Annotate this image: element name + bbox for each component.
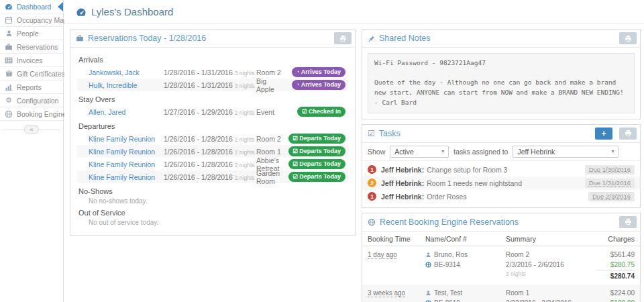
reservations-today-panel: Reservations Today - 1/28/2016 Arrivals … <box>70 29 356 236</box>
priority-badge: 1 <box>368 192 376 201</box>
status-badge[interactable]: ☑Departs Today <box>288 134 345 144</box>
date-range: 1/28/2016 - 1/31/2016 <box>164 81 233 89</box>
shared-notes-text[interactable]: Wi-Fi Password - 9823721Aag47 Quote of t… <box>368 53 635 113</box>
sidebar-collapse-button[interactable]: « <box>24 125 39 134</box>
guest-link[interactable]: Kline Family Reunion <box>89 160 164 168</box>
section-label: Departures <box>78 122 348 130</box>
reservation-row: Kline Family Reunion 1/26/2016 - 1/28/20… <box>77 145 348 158</box>
sidebar-item-label: Gift Certificates <box>17 70 65 78</box>
guest-link[interactable]: Kline Family Reunion <box>89 135 164 143</box>
guest-link[interactable]: Jankowski, Jack <box>89 68 164 77</box>
priority-badge: 1 <box>368 165 376 174</box>
checkbox-icon: ☑ <box>302 108 307 115</box>
status-badge[interactable]: ☑Checked In <box>297 107 345 117</box>
status-badge[interactable]: ◔Arrives Today <box>292 80 346 90</box>
sidebar-collapse-row: « <box>0 123 63 137</box>
date-range: 2/3/2016 - 2/6/2016 <box>506 260 582 270</box>
date-range: 1/26/2016 - 1/28/2016 <box>164 135 233 143</box>
sidebar-item-people[interactable]: People <box>0 27 63 40</box>
show-label: Show <box>368 148 385 156</box>
dashboard-icon <box>76 7 87 17</box>
nights: 2 nights <box>235 109 255 116</box>
column-header: Charges <box>582 235 635 243</box>
date-range: 1/26/2016 - 1/28/2016 <box>164 148 233 156</box>
briefcase-icon <box>5 43 13 51</box>
person-icon <box>425 290 432 296</box>
status-badge[interactable]: ☑Departs Today <box>288 146 345 156</box>
gift-icon <box>5 70 13 78</box>
sidebar-item-invoices[interactable]: Invoices <box>0 54 63 67</box>
sidebar-item-label: Reports <box>17 83 42 91</box>
assignee-select[interactable]: Jeff Hebrink▾ <box>513 146 619 158</box>
booking-time: 1 day ago <box>368 251 397 259</box>
room-name: Room 2 <box>256 135 281 143</box>
sidebar-item-configuration[interactable]: ⚙ Configuration <box>0 94 63 107</box>
guest-name[interactable]: Test, Test <box>434 289 462 297</box>
confirmation-number[interactable]: BE-8610 <box>434 299 460 302</box>
sidebar-item-occupancy-map[interactable]: Occupancy Map <box>0 13 63 27</box>
checkbox-icon: ☑ <box>293 173 299 180</box>
person-icon <box>425 252 432 258</box>
section-departures: Departures Kline Family Reunion 1/26/201… <box>77 122 348 183</box>
status-badge[interactable]: ◔Arrives Today <box>292 67 346 77</box>
sidebar-item-label: Invoices <box>17 56 43 64</box>
assigned-to-label: tasks assigned to <box>453 148 508 156</box>
checkbox-icon: ☑ <box>368 130 375 138</box>
task-row[interactable]: 1 Jeff Hebrink: Change setup for Room 3 … <box>362 163 640 177</box>
panel-title: Tasks <box>379 129 588 138</box>
add-task-button[interactable]: + <box>595 128 612 140</box>
checkbox-icon: ☑ <box>293 148 299 154</box>
clock-icon: ◔ <box>297 68 300 75</box>
confirmation-number[interactable]: BE-9314 <box>434 261 460 268</box>
guest-name[interactable]: Bruno, Ros <box>434 251 468 258</box>
sidebar-item-gift-certificates[interactable]: Gift Certificates <box>0 67 63 81</box>
panel-title: Recent Booking Engine Reservations <box>380 217 612 227</box>
page-header: Lyles's Dashboard <box>64 0 644 23</box>
shared-notes-panel: Shared Notes Wi-Fi Password - 9823721Aag… <box>362 29 641 119</box>
person-icon <box>5 30 13 38</box>
guest-link[interactable]: Kline Family Reunion <box>89 173 164 181</box>
guest-link[interactable]: Hulk, Incredible <box>89 81 164 89</box>
sidebar-item-reservations[interactable]: Reservations <box>0 40 63 54</box>
reservation-row: Jankowski, Jack 1/28/2016 - 1/31/20163 n… <box>77 66 348 79</box>
bookings-table-header: Booking Time Name/Conf # Summary Charges <box>362 232 640 246</box>
panel-title: Reservations Today - 1/28/2016 <box>88 34 327 43</box>
reservation-row: Hulk, Incredible 1/28/2016 - 1/31/20163 … <box>77 79 348 91</box>
nights: 3 nights <box>506 270 582 279</box>
print-button[interactable] <box>619 32 637 44</box>
due-date-badge: Due 2/3/2016 <box>588 192 635 201</box>
calendar-icon <box>5 16 13 24</box>
task-row[interactable]: 2 Jeff Hebrink: Room 1 needs new nightst… <box>362 177 640 190</box>
sidebar-item-label: Booking Engine <box>17 110 66 118</box>
nights: 2 nights <box>235 136 255 143</box>
booking-row: 1 day ago Bruno, Ros BE-9314 Room 2 2/3/… <box>362 246 640 285</box>
print-button[interactable] <box>619 216 637 228</box>
print-button[interactable] <box>619 128 637 140</box>
priority-badge: 2 <box>368 179 376 187</box>
sidebar-item-reports[interactable]: Reports <box>0 81 63 94</box>
show-select[interactable]: Active▾ <box>390 146 449 158</box>
status-badge[interactable]: ☑Departs Today <box>288 159 345 169</box>
paid-amount: $280.75 <box>582 260 635 270</box>
guest-link[interactable]: Kline Family Reunion <box>89 148 164 156</box>
print-button[interactable] <box>334 32 352 44</box>
reservation-row: Allen, Jared 1/27/2016 - 1/29/20162 nigh… <box>77 105 348 118</box>
nights: 2 nights <box>235 162 255 168</box>
reservation-row: Kline Family Reunion 1/26/2016 - 1/28/20… <box>77 170 348 183</box>
status-badge[interactable]: ☑Departs Today <box>288 172 345 182</box>
globe-icon <box>425 262 432 268</box>
guest-link[interactable]: Allen, Jared <box>89 108 164 116</box>
section-label: Arrivals <box>78 56 348 64</box>
nights: 2 nights <box>235 149 255 156</box>
task-row[interactable]: 1 Jeff Hebrink: Order Roses Due 2/3/2016 <box>362 190 640 203</box>
column-header: Summary <box>506 235 582 243</box>
sidebar-item-booking-engine[interactable]: Booking Engine <box>0 107 63 121</box>
checkbox-icon: ☑ <box>293 135 299 142</box>
task-text: Order Roses <box>427 193 588 201</box>
balance-amount: $280.74 <box>596 270 635 281</box>
sidebar-item-dashboard[interactable]: Dashboard <box>0 0 63 13</box>
panel-title: Shared Notes <box>379 34 612 43</box>
chevron-down-icon: ▾ <box>441 148 444 154</box>
empty-message: No out of service today. <box>89 219 348 226</box>
sidebar-item-label: Reservations <box>17 43 58 51</box>
